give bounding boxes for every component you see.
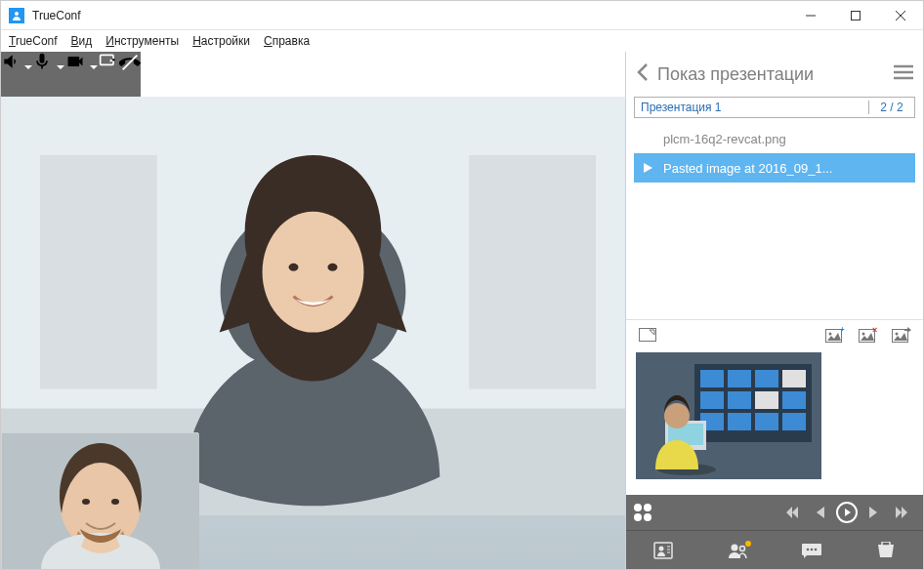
minimize-button[interactable]: [788, 1, 833, 30]
self-view-pip[interactable]: [1, 432, 198, 569]
maximize-button[interactable]: [833, 1, 878, 30]
thumbnail-grid-button[interactable]: [634, 504, 651, 521]
svg-rect-43: [755, 413, 778, 430]
tab-chat[interactable]: [775, 531, 849, 569]
svg-text:×: ×: [872, 327, 877, 335]
svg-rect-44: [782, 413, 806, 430]
app-icon: [9, 8, 24, 23]
presentation-panel-title: Показ презентации: [657, 64, 886, 85]
slideshow-player: [626, 495, 923, 530]
svg-point-30: [896, 332, 899, 335]
call-toolbar: [1, 52, 141, 97]
slide-list: plcm-16q2-revcat.png Pasted image at 201…: [634, 124, 915, 183]
slide-thumbnail[interactable]: [636, 352, 821, 479]
bottom-tab-bar: [626, 530, 923, 569]
menu-help[interactable]: Справка: [264, 34, 310, 48]
last-slide-button[interactable]: [888, 499, 915, 526]
svg-point-24: [829, 332, 832, 335]
svg-rect-39: [755, 391, 778, 409]
svg-point-13: [289, 264, 299, 271]
slide-item-selected[interactable]: Pasted image at 2016_09_1...: [634, 153, 915, 183]
right-panel: Показ презентации Презентация 1 2 / 2 pl…: [625, 52, 923, 569]
menu-settings[interactable]: Настройки: [192, 34, 250, 48]
svg-rect-40: [782, 391, 806, 409]
svg-point-14: [327, 264, 337, 271]
presentation-info-bar: Презентация 1 2 / 2: [634, 97, 915, 118]
end-call-button[interactable]: [119, 52, 141, 97]
tab-participants[interactable]: [700, 531, 775, 569]
play-slideshow-button[interactable]: [833, 499, 861, 526]
left-pane: [1, 52, 625, 569]
window-controls: [788, 1, 923, 30]
svg-point-52: [659, 546, 664, 550]
svg-point-60: [811, 548, 814, 550]
svg-point-12: [263, 212, 364, 333]
play-icon: [642, 162, 653, 174]
svg-rect-9: [40, 155, 157, 389]
hamburger-menu[interactable]: [894, 64, 913, 84]
menu-view[interactable]: Вид: [71, 34, 93, 48]
svg-rect-37: [700, 391, 724, 409]
menu-trueconf[interactable]: TrueConf: [9, 34, 58, 48]
svg-rect-10: [469, 155, 596, 389]
close-button[interactable]: [878, 1, 923, 30]
titlebar: TrueConf: [1, 1, 923, 30]
share-screen-button[interactable]: [98, 52, 119, 97]
svg-rect-35: [755, 370, 778, 387]
svg-text:+: +: [840, 327, 845, 334]
prev-slide-button[interactable]: [806, 499, 833, 526]
presentation-header: Показ презентации: [626, 52, 923, 97]
slide-thumbnail-gallery: [626, 348, 923, 495]
svg-point-49: [664, 403, 690, 428]
svg-point-18: [111, 499, 119, 505]
menubar: TrueConf Вид Инструменты Настройки Справ…: [1, 30, 923, 52]
svg-rect-38: [728, 391, 751, 409]
main-area: Показ презентации Презентация 1 2 / 2 pl…: [1, 52, 923, 569]
svg-rect-42: [728, 413, 751, 430]
presentation-name[interactable]: Презентация 1: [635, 101, 869, 114]
svg-rect-33: [700, 370, 724, 387]
expand-gallery-button[interactable]: [636, 323, 659, 346]
svg-rect-62: [882, 542, 890, 546]
next-slide-button[interactable]: [861, 499, 888, 526]
tab-tools[interactable]: [849, 531, 923, 569]
svg-rect-34: [728, 370, 751, 387]
window-title: TrueConf: [32, 9, 81, 22]
svg-point-59: [807, 548, 810, 550]
camera-button[interactable]: [64, 52, 98, 97]
svg-point-27: [862, 332, 865, 335]
svg-point-0: [15, 12, 19, 16]
slide-item[interactable]: plcm-16q2-revcat.png: [634, 124, 915, 153]
export-image-button[interactable]: [890, 323, 913, 346]
microphone-button[interactable]: [32, 52, 63, 97]
video-area[interactable]: [1, 97, 625, 569]
back-button[interactable]: [636, 62, 650, 86]
speaker-button[interactable]: [1, 52, 32, 97]
svg-point-61: [815, 548, 818, 550]
svg-point-57: [740, 546, 745, 550]
svg-point-17: [82, 499, 90, 505]
add-image-button[interactable]: +: [823, 323, 847, 346]
menu-tools[interactable]: Инструменты: [105, 34, 179, 48]
gallery-toolbar: + ×: [626, 319, 923, 348]
notification-dot-icon: [745, 541, 751, 547]
tab-address-book[interactable]: [626, 531, 700, 569]
remove-image-button[interactable]: ×: [857, 323, 880, 346]
first-slide-button[interactable]: [778, 499, 806, 526]
svg-rect-36: [782, 370, 806, 387]
presentation-page-count: 2 / 2: [869, 101, 914, 114]
svg-point-56: [732, 544, 738, 550]
svg-rect-2: [852, 11, 861, 20]
